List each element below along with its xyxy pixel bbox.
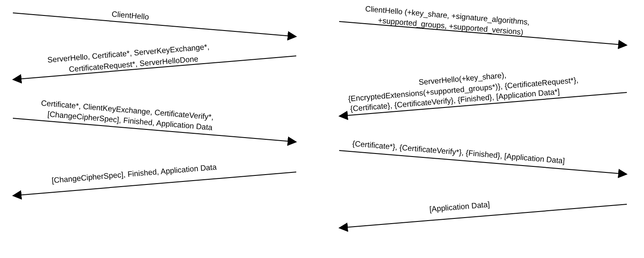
diagram-stage: ClientHello ServerHello, Certificate*, S… (0, 0, 644, 258)
left-arrow-1 (13, 13, 296, 37)
right-msg4-label: [Application Data] (429, 200, 490, 214)
right-msg3-label: {Certificate*}, {CertificateVerify*}, {F… (352, 139, 565, 166)
arrows-svg (0, 0, 644, 258)
svg-rect-5 (0, 0, 644, 258)
left-msg1-label: ClientHello (111, 9, 149, 22)
left-msg4-label: [ChangeCipherSpec], Finished, Applicatio… (52, 162, 217, 185)
svg-line-6 (13, 13, 296, 37)
svg-line-3 (13, 13, 296, 37)
svg-rect-2 (0, 0, 644, 258)
